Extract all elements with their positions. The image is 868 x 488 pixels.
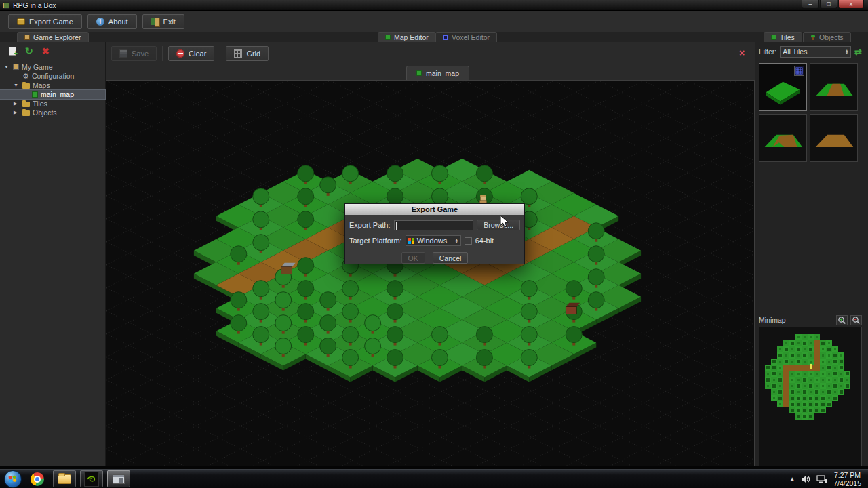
exit-button[interactable]: Exit xyxy=(142,14,184,29)
minimap-label: Minimap xyxy=(759,316,786,324)
game-explorer-icon xyxy=(24,35,30,40)
taskbar-clock[interactable]: 7:27 PM 7/4/2015 xyxy=(833,471,861,487)
expander-icon[interactable]: ▼ xyxy=(14,83,20,87)
tree-item-objects[interactable]: ▶Objects xyxy=(0,108,105,118)
speaker-icon[interactable] xyxy=(801,475,810,483)
map-canvas[interactable] xyxy=(106,80,755,466)
start-button[interactable] xyxy=(4,470,22,488)
browse-button[interactable]: Browse... xyxy=(477,220,520,230)
about-button[interactable]: i About xyxy=(87,14,137,29)
minimap-canvas[interactable] xyxy=(759,327,862,466)
map-icon xyxy=(32,92,38,98)
tree-item-maps[interactable]: ▼Maps xyxy=(0,81,105,90)
expander-icon[interactable]: ▶ xyxy=(14,101,20,106)
taskbar-rpg-app-button[interactable] xyxy=(107,470,130,487)
clock-date: 7/4/2015 xyxy=(833,479,861,487)
tile-thumb-path-corner[interactable] xyxy=(759,114,807,162)
network-icon[interactable] xyxy=(816,475,827,483)
desktop: RPG in a Box – □ x Export Game i About E… xyxy=(0,0,868,488)
tile-thumb-path-straight[interactable] xyxy=(810,63,858,111)
minimap-zoom-in-icon[interactable] xyxy=(836,315,848,325)
save-label: Save xyxy=(132,49,149,58)
grid-icon xyxy=(234,49,242,58)
tile-list xyxy=(759,61,862,162)
tab-map-editor[interactable]: Map Editor xyxy=(378,32,436,42)
tree-item-label: Objects xyxy=(33,108,57,117)
map-editor-tab-label: Map Editor xyxy=(394,33,429,41)
spinner-icon: ▲▼ xyxy=(845,49,848,54)
tile-thumb-dirt[interactable] xyxy=(810,114,858,162)
rpg-app-icon xyxy=(113,474,125,484)
window-titlebar[interactable]: RPG in a Box – □ x xyxy=(0,0,868,11)
save-icon xyxy=(119,49,127,58)
grid-button[interactable]: Grid xyxy=(226,46,269,61)
close-button[interactable]: x xyxy=(838,0,864,9)
taskbar-nvidia-button[interactable] xyxy=(80,470,103,487)
taskbar-chrome-button[interactable] xyxy=(26,470,49,487)
platform-value: Windows xyxy=(417,237,448,245)
tree-item-my-game[interactable]: ▼My Game xyxy=(0,62,105,72)
tiles-panel: Filter: All Tiles ▲▼ ⇄ Minimap xyxy=(755,42,868,466)
dialog-title[interactable]: Export Game xyxy=(345,204,524,215)
minimize-button[interactable]: – xyxy=(802,0,819,9)
text-caret xyxy=(396,222,397,230)
expander-icon[interactable]: ▼ xyxy=(4,64,10,69)
app-icon xyxy=(3,2,9,9)
window-title: RPG in a Box xyxy=(13,1,56,9)
tab-objects[interactable]: Objects xyxy=(803,32,851,42)
file-explorer-icon xyxy=(58,474,71,484)
game-explorer-panel: ↻ ✖ ▼My Game⚙Configuration▼Mapsmain_map▶… xyxy=(0,42,106,466)
refresh-icon[interactable]: ↻ xyxy=(25,47,33,56)
tree-item-tiles[interactable]: ▶Tiles xyxy=(0,99,105,108)
ok-button[interactable]: OK xyxy=(401,252,425,264)
tree-item-label: main_map xyxy=(41,90,74,98)
taskbar-explorer-button[interactable] xyxy=(53,470,76,487)
new-file-icon[interactable] xyxy=(9,47,16,56)
target-platform-label: Target Platform: xyxy=(349,237,402,245)
expander-icon[interactable]: ▶ xyxy=(14,110,20,115)
main-toolbar: Export Game i About Exit xyxy=(0,11,868,32)
export-path-input[interactable] xyxy=(394,220,474,230)
export-game-button[interactable]: Export Game xyxy=(8,14,82,29)
folder-icon xyxy=(22,110,30,116)
export-game-label: Export Game xyxy=(29,18,73,26)
close-map-icon[interactable]: × xyxy=(736,47,748,59)
clear-button[interactable]: Clear xyxy=(168,46,214,61)
minimap-zoom-out-icon[interactable] xyxy=(850,315,862,325)
project-tree: ▼My Game⚙Configuration▼Mapsmain_map▶Tile… xyxy=(0,60,105,117)
map-editor-icon xyxy=(385,35,391,40)
tab-voxel-editor[interactable]: Voxel Editor xyxy=(435,32,497,42)
doc-tab-label: main_map xyxy=(426,69,459,77)
filter-dropdown[interactable]: All Tiles ▲▼ xyxy=(780,46,851,58)
toolbar-separator xyxy=(220,46,220,61)
bit64-checkbox[interactable] xyxy=(465,237,472,245)
editor-toolbar: Save Clear Grid × xyxy=(106,42,755,65)
cancel-button[interactable]: Cancel xyxy=(433,252,469,264)
tiles-tab-label: Tiles xyxy=(780,33,795,41)
voxel-editor-tab-label: Voxel Editor xyxy=(452,33,490,41)
doc-tab-main-map[interactable]: main_map xyxy=(406,66,469,80)
grid-badge-icon xyxy=(794,66,804,76)
tab-game-explorer[interactable]: Game Explorer xyxy=(17,32,89,42)
tree-item-label: My Game xyxy=(22,63,53,71)
objects-tab-icon xyxy=(810,35,816,40)
maximize-button[interactable]: □ xyxy=(820,0,837,9)
reload-tiles-icon[interactable]: ⇄ xyxy=(854,47,862,57)
map-doc-icon xyxy=(416,70,422,76)
tree-item-configuration[interactable]: ⚙Configuration xyxy=(0,72,105,81)
exit-label: Exit xyxy=(163,18,176,26)
windows-start-icon xyxy=(9,475,18,483)
tab-tiles[interactable]: Tiles xyxy=(764,32,802,42)
game-icon xyxy=(13,64,19,70)
gear-icon: ⚙ xyxy=(22,73,29,79)
tile-thumb-grass[interactable] xyxy=(759,63,807,111)
delete-icon[interactable]: ✖ xyxy=(42,47,50,56)
game-explorer-tab-label: Game Explorer xyxy=(33,33,81,41)
tree-item-main-map[interactable]: main_map xyxy=(0,90,105,100)
save-button[interactable]: Save xyxy=(111,46,157,61)
bit64-label: 64-bit xyxy=(475,237,494,245)
hidden-icons-chevron-icon[interactable]: ▲ xyxy=(789,476,795,482)
platform-dropdown[interactable]: Windows ▲▼ xyxy=(406,235,461,246)
panel-spacer xyxy=(759,162,862,313)
voxel-grid-icon xyxy=(443,35,448,40)
